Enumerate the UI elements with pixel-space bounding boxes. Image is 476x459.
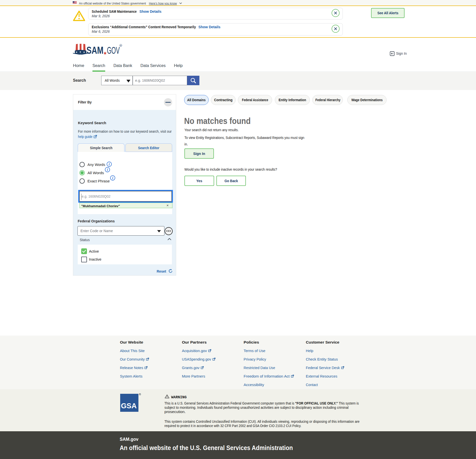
svg-text:SAM: SAM	[86, 45, 103, 55]
svg-text:i: i	[107, 168, 108, 172]
svg-text:i: i	[112, 176, 113, 180]
svg-text:GOV: GOV	[107, 45, 120, 55]
svg-text:R: R	[120, 44, 122, 47]
svg-text:i: i	[109, 162, 110, 166]
